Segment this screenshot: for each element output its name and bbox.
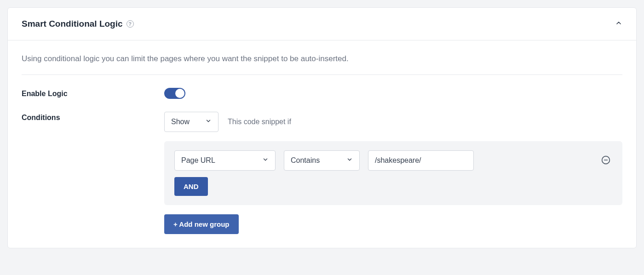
panel-description: Using conditional logic you can limit th… bbox=[22, 54, 622, 63]
conditions-control: Show This code snippet if Page URL bbox=[164, 112, 622, 234]
field-select-value: Page URL bbox=[181, 156, 215, 165]
panel-body: Using conditional logic you can limit th… bbox=[8, 40, 636, 248]
chevron-down-icon bbox=[346, 156, 353, 165]
add-group-button[interactable]: + Add new group bbox=[164, 214, 239, 234]
enable-logic-control bbox=[164, 88, 622, 99]
conditions-header: Show This code snippet if bbox=[164, 112, 622, 132]
enable-logic-toggle[interactable] bbox=[164, 88, 185, 99]
panel-header[interactable]: Smart Conditional Logic ? bbox=[8, 8, 636, 40]
minus-circle-icon bbox=[601, 155, 610, 166]
action-select-value: Show bbox=[171, 118, 190, 126]
condition-row: Page URL Contains bbox=[174, 150, 612, 171]
chevron-up-icon[interactable] bbox=[615, 19, 622, 29]
panel-title: Smart Conditional Logic bbox=[22, 19, 123, 29]
toggle-knob bbox=[175, 89, 184, 98]
condition-group: Page URL Contains bbox=[164, 141, 622, 205]
and-button[interactable]: AND bbox=[174, 177, 208, 196]
help-icon[interactable]: ? bbox=[126, 20, 134, 28]
conditional-logic-panel: Smart Conditional Logic ? Using conditio… bbox=[7, 7, 637, 248]
conditions-row: Conditions Show This code snippet if bbox=[22, 112, 622, 234]
chevron-down-icon bbox=[205, 118, 212, 126]
enable-logic-label: Enable Logic bbox=[22, 88, 164, 98]
chevron-down-icon bbox=[262, 156, 269, 165]
divider bbox=[22, 74, 622, 75]
value-input[interactable] bbox=[368, 150, 474, 171]
operator-select[interactable]: Contains bbox=[284, 150, 360, 171]
enable-logic-row: Enable Logic bbox=[22, 88, 622, 99]
panel-title-wrap: Smart Conditional Logic ? bbox=[22, 19, 134, 29]
conditions-hint: This code snippet if bbox=[228, 118, 291, 126]
remove-condition-button[interactable] bbox=[599, 154, 612, 168]
conditions-label: Conditions bbox=[22, 112, 164, 122]
field-select[interactable]: Page URL bbox=[174, 150, 276, 171]
action-select[interactable]: Show bbox=[164, 112, 218, 132]
operator-select-value: Contains bbox=[291, 156, 320, 165]
